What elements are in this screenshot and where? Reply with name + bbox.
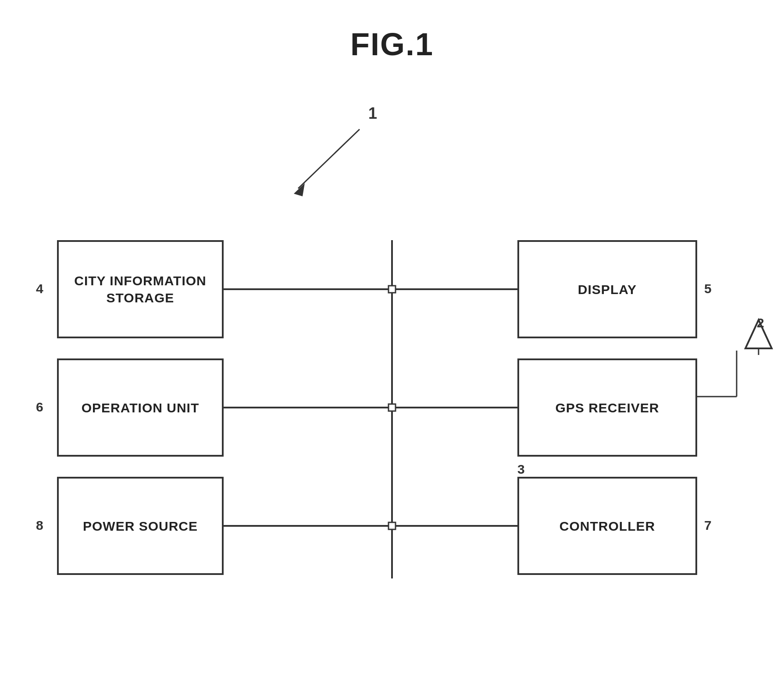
city-info-number: 4 bbox=[36, 281, 43, 296]
operation-block: OPERATION UNIT bbox=[57, 358, 224, 457]
diagram: FIG.1 1 CITY INFORMA bbox=[0, 0, 784, 681]
city-info-block: CITY INFORMATION STORAGE bbox=[57, 240, 224, 338]
figure-title: FIG.1 bbox=[350, 26, 434, 62]
svg-rect-11 bbox=[388, 286, 396, 293]
svg-rect-12 bbox=[388, 404, 396, 411]
svg-marker-1 bbox=[294, 183, 305, 196]
city-info-label: CITY INFORMATION STORAGE bbox=[74, 272, 207, 306]
diagram-lines bbox=[0, 0, 784, 681]
display-block: DISPLAY bbox=[517, 240, 697, 338]
gps-label: GPS RECEIVER bbox=[555, 399, 659, 416]
svg-rect-13 bbox=[388, 522, 396, 529]
system-label: 1 bbox=[368, 104, 377, 123]
controller-number: 7 bbox=[704, 518, 712, 533]
antenna-number: 2 bbox=[757, 316, 764, 330]
operation-number: 6 bbox=[36, 400, 43, 415]
operation-label: OPERATION UNIT bbox=[82, 399, 199, 416]
display-label: DISPLAY bbox=[578, 281, 637, 298]
controller-label: CONTROLLER bbox=[559, 518, 655, 535]
controller-block: CONTROLLER bbox=[517, 477, 697, 575]
power-number: 8 bbox=[36, 518, 43, 533]
display-number: 5 bbox=[704, 281, 712, 296]
power-label: POWER SOURCE bbox=[83, 518, 198, 535]
power-block: POWER SOURCE bbox=[57, 477, 224, 575]
svg-line-0 bbox=[298, 129, 360, 188]
gps-block: GPS RECEIVER bbox=[517, 358, 697, 457]
gps-number: 3 bbox=[517, 462, 525, 477]
